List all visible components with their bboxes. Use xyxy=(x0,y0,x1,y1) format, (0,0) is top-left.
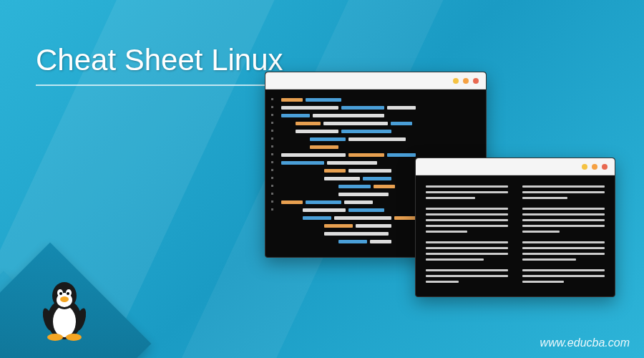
window-titlebar xyxy=(265,72,486,90)
maximize-icon xyxy=(592,164,597,170)
text-content xyxy=(416,175,615,296)
text-document-window xyxy=(415,158,615,297)
page-title: Cheat Sheet Linux xyxy=(36,43,283,77)
svg-point-9 xyxy=(47,334,63,341)
svg-point-6 xyxy=(59,292,62,295)
title-underline xyxy=(36,84,279,86)
window-titlebar xyxy=(416,158,615,175)
maximize-icon xyxy=(463,78,469,84)
svg-point-7 xyxy=(67,292,69,295)
svg-point-10 xyxy=(66,334,82,341)
close-icon xyxy=(602,164,608,170)
watermark-text: www.educba.com xyxy=(540,337,630,349)
minimize-icon xyxy=(453,78,459,84)
svg-point-8 xyxy=(60,296,69,302)
minimize-icon xyxy=(582,164,587,170)
tux-penguin-icon xyxy=(39,280,89,344)
svg-point-1 xyxy=(53,306,76,337)
close-icon xyxy=(473,78,479,84)
line-numbers xyxy=(271,98,273,216)
